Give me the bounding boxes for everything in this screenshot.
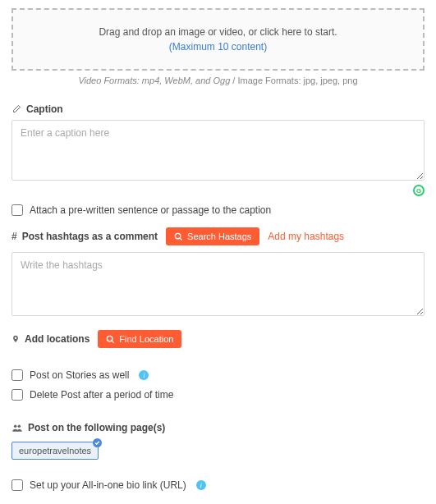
add-my-hashtags-link[interactable]: Add my hashtags (268, 231, 344, 242)
svg-line-3 (112, 340, 114, 342)
info-icon[interactable]: i (139, 370, 149, 380)
caption-input[interactable] (11, 120, 425, 181)
svg-point-0 (175, 233, 180, 238)
biolink-row[interactable]: Set up your All-in-one bio link (URL) i (11, 479, 425, 491)
search-icon (174, 232, 183, 241)
dropzone-prompt: Drag and drop an image or video, or clic… (21, 25, 415, 39)
locations-label: Add locations (11, 333, 89, 345)
media-dropzone[interactable]: Drag and drop an image or video, or clic… (11, 8, 425, 71)
pin-icon (11, 334, 20, 344)
edit-icon (11, 104, 21, 114)
stories-checkbox[interactable] (11, 369, 23, 381)
dropzone-max: (Maximum 10 content) (21, 39, 415, 54)
page-chip[interactable]: europetravelnotes (11, 442, 99, 460)
delete-after-checkbox[interactable] (11, 389, 23, 401)
pages-label: Post on the following page(s) (11, 422, 425, 433)
attach-sentence-checkbox[interactable] (11, 204, 23, 216)
hashtags-input[interactable] (11, 252, 425, 316)
stories-row[interactable]: Post on Stories as well i (11, 369, 425, 381)
hashtags-label: # Post hashtags as a comment (11, 231, 158, 242)
svg-point-4 (14, 425, 17, 428)
svg-line-1 (180, 237, 182, 240)
info-icon[interactable]: i (196, 480, 206, 490)
formats-hint: Video Formats: mp4, WebM, and Ogg / Imag… (11, 76, 425, 85)
hash-icon: # (11, 231, 17, 242)
grammar-check-icon[interactable]: G (413, 185, 425, 196)
delete-after-row[interactable]: Delete Post after a period of time (11, 389, 425, 401)
biolink-checkbox[interactable] (11, 479, 23, 491)
search-icon (106, 335, 115, 344)
svg-point-2 (108, 336, 112, 341)
search-hashtags-button[interactable]: Search Hastags (166, 227, 259, 245)
caption-label: Caption (11, 103, 425, 115)
stories-label: Post on Stories as well (30, 369, 129, 381)
find-location-button[interactable]: Find Location (98, 330, 181, 348)
attach-sentence-label: Attach a pre-written sentence or passage… (30, 204, 271, 216)
attach-sentence-row[interactable]: Attach a pre-written sentence or passage… (11, 204, 425, 216)
delete-after-label: Delete Post after a period of time (30, 389, 173, 401)
users-icon (11, 423, 23, 433)
svg-point-5 (18, 425, 21, 428)
check-icon (93, 438, 102, 447)
biolink-label: Set up your All-in-one bio link (URL) (30, 479, 186, 491)
